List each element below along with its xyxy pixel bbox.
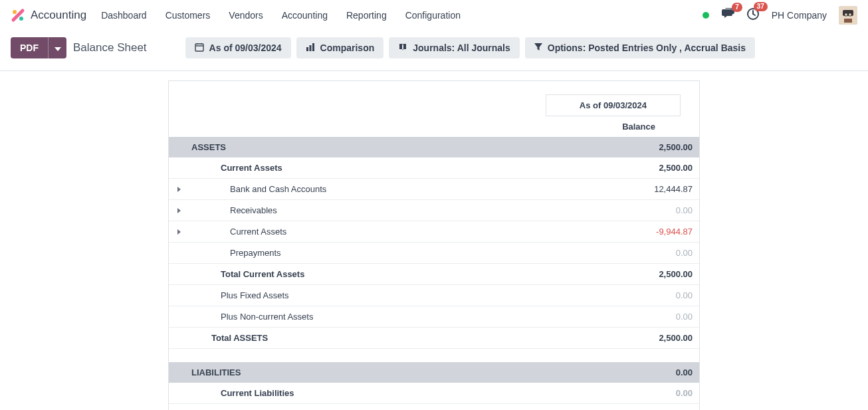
report-row: Receivables0.00 <box>169 200 699 221</box>
filter-icon <box>534 43 542 53</box>
section-heading-label: ASSETS <box>169 137 599 157</box>
user-avatar[interactable] <box>839 6 857 25</box>
expand-toggle <box>169 328 189 349</box>
book-icon <box>398 43 407 54</box>
report-row: Prepayments0.00 <box>169 243 699 264</box>
expand-toggle <box>169 243 189 264</box>
activities-button[interactable]: 37 <box>746 7 760 23</box>
menu-reporting[interactable]: Reporting <box>346 10 387 21</box>
report-row: Plus Fixed Assets0.00 <box>169 285 699 306</box>
filter-options-label: Options: Posted Entries Only , Accrual B… <box>548 43 746 53</box>
row-label[interactable]: Plus Fixed Assets <box>189 285 599 306</box>
top-right: 7 37 PH Company <box>703 6 857 25</box>
expand-toggle <box>169 285 189 306</box>
menu-configuration[interactable]: Configuration <box>405 10 461 21</box>
row-value: 0.00 <box>599 200 699 221</box>
export-button-group: PDF <box>11 37 66 58</box>
filter-comparison[interactable]: Comparison <box>296 37 384 58</box>
svg-point-1 <box>13 10 17 14</box>
row-value: -9,944.87 <box>599 221 699 243</box>
svg-rect-14 <box>312 43 314 51</box>
svg-point-2 <box>19 17 23 21</box>
svg-rect-12 <box>306 47 308 51</box>
row-label[interactable]: Receivables <box>189 200 599 221</box>
row-value: 0.00 <box>599 306 699 328</box>
row-value: 0.00 <box>599 383 699 404</box>
report-row: Current Assets2,500.00 <box>169 157 699 179</box>
row-value: 0.00 <box>599 285 699 306</box>
messages-button[interactable]: 7 <box>721 8 734 22</box>
report-row: Current Liabilities0.00 <box>169 383 699 404</box>
menu-vendors[interactable]: Vendors <box>229 10 263 21</box>
export-pdf-button[interactable]: PDF <box>11 37 48 58</box>
report-row: Bank and Cash Accounts12,444.87 <box>169 179 699 200</box>
section-heading-row: ASSETS2,500.00 <box>169 137 699 157</box>
menu-customers[interactable]: Customers <box>165 10 211 21</box>
app-name: Accounting <box>31 9 86 22</box>
row-label[interactable]: Current Liabilities <box>189 383 599 404</box>
balance-column-header: Balance <box>622 116 681 137</box>
expand-toggle <box>169 264 189 285</box>
svg-rect-5 <box>843 10 853 16</box>
activities-badge: 37 <box>754 2 768 11</box>
row-label[interactable]: Plus Non-current Assets <box>189 306 599 328</box>
app-logo-icon <box>11 8 25 23</box>
export-dropdown-button[interactable] <box>48 37 66 58</box>
report-row: Total ASSETS2,500.00 <box>169 328 699 349</box>
expand-toggle[interactable] <box>169 200 189 221</box>
report-row: Plus Non-current Assets0.00 <box>169 306 699 328</box>
menu-dashboard[interactable]: Dashboard <box>101 10 147 21</box>
filter-as-of-label: As of 09/03/2024 <box>209 43 282 53</box>
main-menu: Dashboard Customers Vendors Accounting R… <box>101 10 461 21</box>
report-row: Total Current Assets2,500.00 <box>169 264 699 285</box>
filter-journals[interactable]: Journals: All Journals <box>389 37 520 58</box>
page-title: Balance Sheet <box>73 41 147 54</box>
company-switcher[interactable]: PH Company <box>772 10 827 21</box>
filter-options[interactable]: Options: Posted Entries Only , Accrual B… <box>525 37 755 58</box>
report-date-box: As of 09/03/2024 <box>546 94 681 116</box>
section-heading-row: LIABILITIES0.00 <box>169 362 699 383</box>
row-label[interactable]: Current Assets <box>189 157 599 179</box>
expand-toggle <box>169 157 189 179</box>
report-row: Current Liabilities0.00 <box>169 403 699 410</box>
row-label[interactable]: Total ASSETS <box>189 328 599 349</box>
row-value: 2,500.00 <box>599 157 699 179</box>
balance-sheet-report: As of 09/03/2024 Balance ASSETS2,500.00C… <box>168 80 700 410</box>
brand[interactable]: Accounting <box>11 8 86 23</box>
filter-comparison-label: Comparison <box>320 43 375 53</box>
row-value: 12,444.87 <box>599 179 699 200</box>
spacer-row <box>169 349 699 362</box>
caret-down-icon <box>54 43 61 53</box>
row-value: 2,500.00 <box>599 264 699 285</box>
filter-journals-label: Journals: All Journals <box>413 43 510 53</box>
top-nav: Accounting Dashboard Customers Vendors A… <box>0 0 868 31</box>
row-label[interactable]: Total Current Assets <box>189 264 599 285</box>
section-heading-label: LIABILITIES <box>169 362 599 383</box>
row-label[interactable]: Current Assets <box>189 221 599 243</box>
calendar-icon <box>195 43 204 54</box>
menu-accounting[interactable]: Accounting <box>282 10 328 21</box>
report-scroll-area[interactable]: As of 09/03/2024 Balance ASSETS2,500.00C… <box>0 71 868 410</box>
row-value: 0.00 <box>599 243 699 264</box>
bar-chart-icon <box>306 43 315 54</box>
presence-indicator-icon <box>703 12 709 19</box>
expand-toggle[interactable] <box>169 179 189 200</box>
filter-as-of[interactable]: As of 09/03/2024 <box>185 37 291 58</box>
svg-rect-10 <box>844 19 852 23</box>
section-heading-value: 0.00 <box>599 362 699 383</box>
report-row: Current Assets-9,944.87 <box>169 221 699 243</box>
svg-rect-11 <box>195 44 203 51</box>
svg-rect-13 <box>309 45 311 51</box>
expand-toggle <box>169 383 189 404</box>
report-toolbar: PDF Balance Sheet As of 09/03/2024 Compa… <box>0 31 868 71</box>
expand-toggle[interactable] <box>169 403 189 410</box>
expand-toggle[interactable] <box>169 221 189 243</box>
expand-toggle <box>169 306 189 328</box>
caret-right-icon <box>177 187 181 192</box>
row-label[interactable]: Prepayments <box>189 243 599 264</box>
row-label[interactable]: Current Liabilities <box>189 403 599 410</box>
row-label[interactable]: Bank and Cash Accounts <box>189 179 599 200</box>
row-value: 2,500.00 <box>599 328 699 349</box>
balance-sheet-table: ASSETS2,500.00Current Assets2,500.00Bank… <box>169 137 699 410</box>
section-heading-value: 2,500.00 <box>599 137 699 157</box>
